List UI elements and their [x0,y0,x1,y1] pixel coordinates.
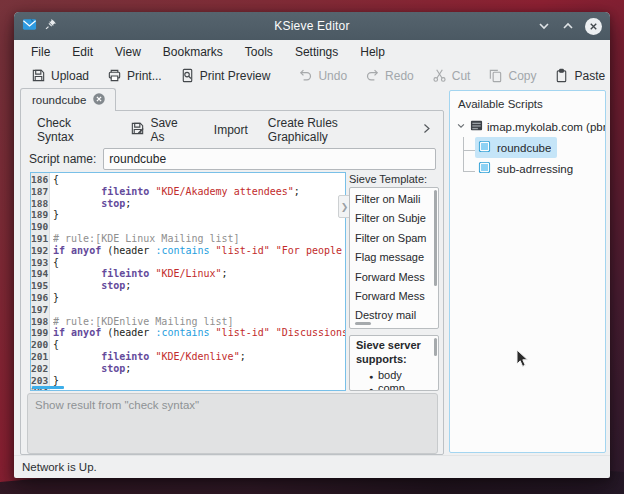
toolbar-label: Print Preview [200,69,271,83]
template-item-forward-mess[interactable]: Forward Mess [350,268,438,287]
toolbar-label: Print... [127,69,162,83]
template-item-filter-on-maili[interactable]: Filter on Maili [350,190,438,209]
script-name-label: roundcube [497,142,551,154]
redo-button[interactable]: Redo [356,66,423,85]
menu-settings[interactable]: Settings [284,42,349,62]
tree-script-sub-adrressing[interactable]: sub-adrressing [450,158,605,179]
menu-file[interactable]: File [20,42,61,62]
script-actions-toolbar: Check SyntaxSave AsImportCreate Rules Gr… [29,118,437,142]
chevron-down-icon[interactable] [456,121,466,133]
tab-roundcube[interactable]: roundcube [20,88,116,111]
shade-window-icon[interactable] [537,19,551,33]
status-text: Network is Up. [22,461,97,473]
code-line: stop; [53,280,345,292]
script-row-inner[interactable]: sub-adrressing [475,158,579,179]
code-line: stop; [53,363,345,375]
tab-label: roundcube [32,94,86,106]
undo-icon [298,68,313,83]
script-name-row: Script name: [29,147,436,170]
server-icon [470,119,483,134]
paste-button[interactable]: Paste [545,66,614,85]
code-line: # rule:[KDE Linux Mailing list] [53,233,345,245]
app-mail-icon [22,17,37,36]
code-line: if anyof (header :contains "list-id" "Fo… [53,245,345,257]
toolbar-label: Cut [452,69,471,83]
result-placeholder: Show result from "check syntax" [35,399,199,411]
menu-help[interactable]: Help [349,42,396,62]
line-number: 186 [31,174,47,186]
toolbar-label: Paste [574,69,605,83]
code-line [53,386,345,390]
code-line [53,221,345,233]
titlebar[interactable]: KSieve Editor [14,12,610,40]
tab-bar: roundcube [20,88,116,111]
code-line: if anyof (header :contains "list-id" "Di… [53,327,345,339]
cut-icon [432,68,447,83]
code-line: } [53,292,345,304]
line-number: 195 [31,280,47,292]
code-area[interactable]: { fileinto "KDE/Akademy attendees"; stop… [50,173,345,390]
main-toolbar: UploadPrint...Print PreviewUndoRedoCutCo… [14,63,610,88]
available-scripts-panel[interactable]: Available Scripts imap.mykolab.com (pbro… [449,90,606,453]
script-name-input[interactable] [103,148,436,170]
line-number: 198 [31,316,47,328]
menu-view[interactable]: View [104,42,152,62]
action-label: Check Syntax [37,116,110,144]
scripts-tree: imap.mykolab.com (pbro... roundcubesub-a… [450,116,605,179]
script-icon [478,161,491,176]
tab-close-icon[interactable] [92,92,106,108]
tree-script-roundcube[interactable]: roundcube [450,137,605,158]
line-number: 200 [31,339,47,351]
code-line: { [53,339,345,351]
action-label: Import [214,123,248,137]
line-number: 201 [31,351,47,363]
menu-tools[interactable]: Tools [234,42,284,62]
undo-button[interactable]: Undo [289,66,356,85]
import-button[interactable]: Import [206,120,256,140]
menu-edit[interactable]: Edit [61,42,104,62]
server-label: imap.mykolab.com (pbro... [487,121,605,133]
sieve-code-editor[interactable]: 1861871881891901911921931941951961971981… [30,172,346,391]
code-line: stop; [53,198,345,210]
copy-button[interactable]: Copy [479,66,545,85]
script-icon [478,140,491,155]
toolbar-label: Redo [385,69,414,83]
upload-button[interactable]: Upload [22,66,98,85]
check-syntax-result[interactable]: Show result from "check syntax" [27,393,438,454]
line-number: 188 [31,198,47,210]
sieve-template-list[interactable]: Filter on MailiFilter on SubjeFilter on … [349,187,439,329]
save-icon [31,68,46,83]
editor-hscrollbar[interactable] [32,386,64,389]
tree-connector-line [464,150,475,151]
line-number: 202 [31,363,47,375]
template-item-forward-mess[interactable]: Forward Mess [350,287,438,306]
window-title: KSieve Editor [14,19,610,33]
template-hscrollbar[interactable] [355,322,371,325]
line-number: 189 [31,209,47,221]
chevron-right-icon [420,122,433,138]
template-item-filter-on-spam[interactable]: Filter on Spam [350,229,438,248]
server-supports-box[interactable]: Sieve server supports: bodycomp [349,335,439,391]
tree-connector-line [464,171,475,172]
close-window-icon[interactable] [585,18,602,35]
template-item-filter-on-subje[interactable]: Filter on Subje [350,209,438,228]
print-button[interactable]: Print... [98,66,171,85]
toolbar-overflow-button[interactable] [416,120,437,140]
supports-vscrollbar[interactable] [434,338,437,356]
script-row-inner[interactable]: roundcube [475,137,557,158]
cut-button[interactable]: Cut [423,66,480,85]
code-line [53,304,345,316]
maximize-window-icon[interactable] [561,19,575,33]
create-rules-graphically-button[interactable]: Create Rules Graphically [260,113,408,147]
line-number: 192 [31,245,47,257]
menu-bookmarks[interactable]: Bookmarks [152,42,234,62]
check-syntax-button[interactable]: Check Syntax [29,113,118,147]
pin-icon[interactable] [44,17,57,35]
template-item-flag-message[interactable]: Flag message [350,248,438,267]
line-number: 190 [31,221,47,233]
print-preview-button[interactable]: Print Preview [171,66,280,85]
template-vscrollbar[interactable] [434,190,437,286]
line-number: 203 [31,375,47,387]
save-as-button[interactable]: Save As [122,113,201,147]
tree-server-row[interactable]: imap.mykolab.com (pbro... [450,116,605,137]
